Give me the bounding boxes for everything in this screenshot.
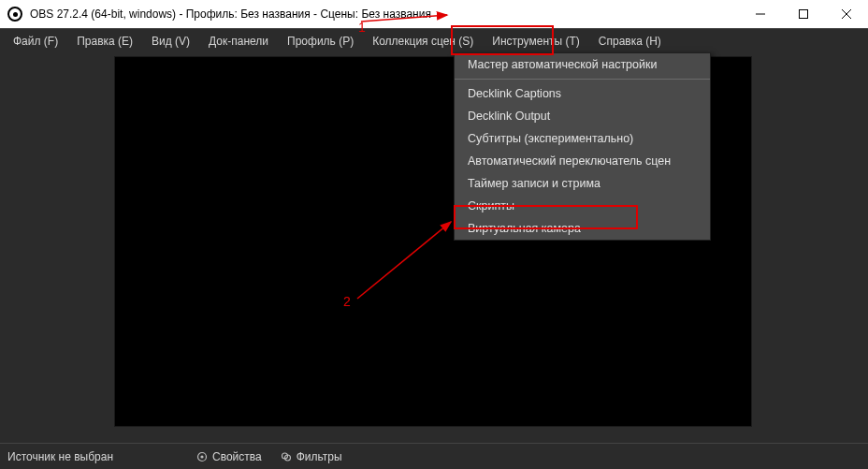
filters-icon — [281, 451, 292, 462]
source-status-text: Источник не выбран — [0, 450, 187, 463]
bottom-toolbar: Источник не выбран Свойства Фильтры — [0, 443, 868, 469]
minimize-button[interactable] — [739, 0, 782, 28]
menu-tools[interactable]: Инструменты (T) — [483, 31, 588, 51]
dropdown-item-output-timer[interactable]: Таймер записи и стрима — [455, 172, 710, 195]
menu-view[interactable]: Вид (V) — [142, 31, 199, 51]
menu-scene-collection[interactable]: Коллекция сцен (S) — [363, 31, 483, 51]
close-icon — [842, 9, 851, 19]
tools-dropdown: Мастер автоматической настройки Decklink… — [454, 52, 711, 241]
minimize-icon — [756, 9, 765, 19]
menubar: Файл (F) Правка (E) Вид (V) Док-панели П… — [0, 28, 868, 53]
maximize-button[interactable] — [782, 0, 825, 28]
window-title: OBS 27.2.4 (64-bit, windows) - Профиль: … — [30, 7, 431, 21]
filters-label: Фильтры — [297, 450, 342, 463]
window-titlebar: OBS 27.2.4 (64-bit, windows) - Профиль: … — [0, 0, 868, 28]
menu-file[interactable]: Файл (F) — [4, 31, 67, 51]
gear-icon — [196, 451, 208, 462]
window-controls — [739, 0, 868, 28]
menu-help[interactable]: Справка (H) — [589, 31, 671, 51]
app-icon — [7, 7, 22, 22]
maximize-icon — [799, 9, 808, 19]
dropdown-item-virtual-camera[interactable]: Виртуальная камера — [455, 217, 710, 240]
properties-label: Свойства — [212, 450, 262, 463]
properties-button[interactable]: Свойства — [187, 447, 271, 466]
dropdown-item-captions[interactable]: Субтитры (экспериментально) — [455, 127, 710, 150]
close-button[interactable] — [825, 0, 868, 28]
dropdown-separator — [455, 79, 710, 80]
menu-edit[interactable]: Правка (E) — [67, 31, 142, 51]
dropdown-item-decklink-captions[interactable]: Decklink Captions — [455, 82, 710, 105]
menu-docks[interactable]: Док-панели — [199, 31, 278, 51]
dropdown-item-scripts[interactable]: Скрипты — [455, 195, 710, 217]
svg-rect-1 — [800, 10, 808, 19]
dropdown-item-auto-scene-switcher[interactable]: Автоматический переключатель сцен — [455, 150, 710, 172]
dropdown-item-decklink-output[interactable]: Decklink Output — [455, 105, 710, 127]
filters-button[interactable]: Фильтры — [271, 447, 352, 466]
dropdown-item-auto-config[interactable]: Мастер автоматической настройки — [455, 53, 710, 76]
svg-point-7 — [200, 455, 203, 458]
menu-profile[interactable]: Профиль (P) — [278, 31, 363, 51]
